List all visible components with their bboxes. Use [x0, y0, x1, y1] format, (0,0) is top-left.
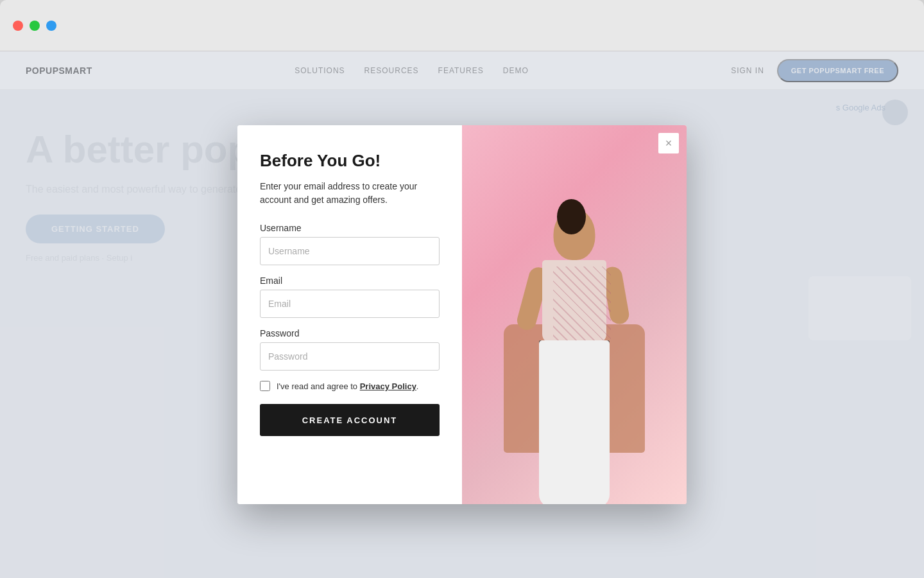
- password-label: Password: [260, 328, 440, 338]
- modal-overlay: Before You Go! Enter your email address …: [0, 51, 924, 578]
- modal-subtitle: Enter your email address to create your …: [260, 180, 440, 207]
- maximize-traffic-light[interactable]: [46, 21, 56, 31]
- pants: [539, 340, 610, 504]
- fashion-image: [462, 125, 687, 504]
- privacy-policy-link[interactable]: Privacy Policy: [360, 381, 416, 391]
- modal-title: Before You Go!: [260, 151, 440, 171]
- modal: Before You Go! Enter your email address …: [237, 125, 687, 504]
- create-account-button[interactable]: CREATE ACCOUNT: [260, 404, 440, 436]
- username-input[interactable]: [260, 237, 440, 265]
- floral-pattern: [553, 267, 611, 344]
- modal-form-panel: Before You Go! Enter your email address …: [237, 125, 462, 504]
- close-traffic-light[interactable]: [13, 21, 23, 31]
- website-background: POPUPSMART SOLUTIONS RESOURCES FEATURES …: [0, 51, 924, 578]
- minimize-traffic-light[interactable]: [30, 21, 40, 31]
- privacy-policy-checkbox[interactable]: [260, 381, 270, 391]
- browser-chrome: [0, 0, 924, 51]
- woman-figure: [497, 196, 651, 504]
- username-field-group: Username: [260, 223, 440, 265]
- modal-close-button[interactable]: ×: [658, 133, 679, 153]
- username-label: Username: [260, 223, 440, 233]
- privacy-policy-label: I've read and agree to Privacy Policy.: [277, 381, 418, 391]
- traffic-lights: [13, 21, 56, 31]
- password-input[interactable]: [260, 342, 440, 371]
- email-input[interactable]: [260, 290, 440, 318]
- password-field-group: Password: [260, 328, 440, 371]
- hair-bun: [557, 199, 586, 234]
- email-label: Email: [260, 276, 440, 286]
- email-field-group: Email: [260, 276, 440, 318]
- modal-image-panel: ×: [462, 125, 687, 504]
- privacy-policy-row: I've read and agree to Privacy Policy.: [260, 381, 440, 391]
